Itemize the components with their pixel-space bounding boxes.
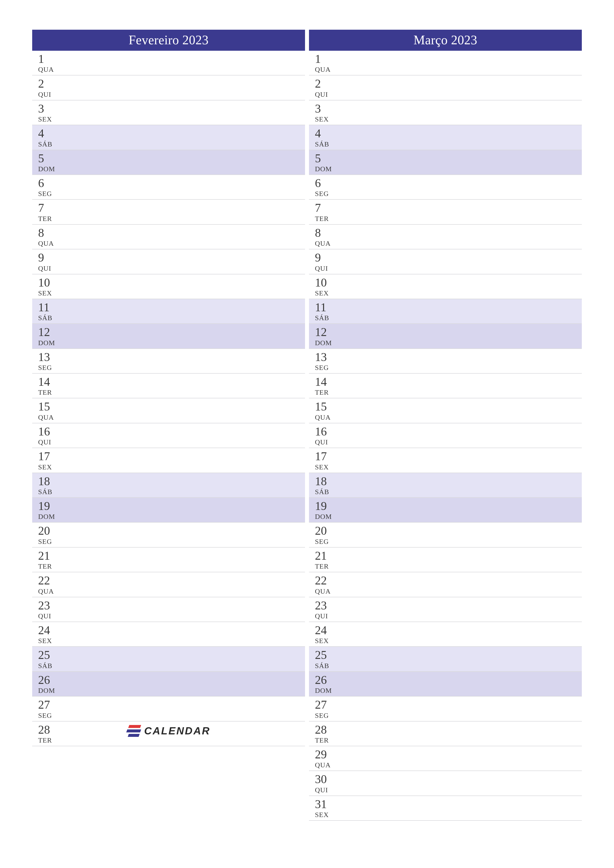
day-abbr: SEG (38, 538, 305, 546)
day-row: 24SEX (309, 622, 582, 647)
day-number: 8 (315, 227, 582, 239)
day-number: 17 (315, 450, 582, 462)
day-number: 20 (315, 525, 582, 537)
day-number: 1 (315, 53, 582, 65)
day-abbr: QUI (315, 438, 582, 446)
day-row: 26DOM (309, 672, 582, 696)
day-row: 27SEG (309, 696, 582, 721)
seven-icon (127, 725, 141, 737)
day-abbr: DOM (315, 687, 582, 694)
day-number: 10 (315, 276, 582, 289)
day-abbr: QUA (315, 761, 582, 769)
day-row: 2QUI (32, 76, 305, 100)
day-row: 10SEX (309, 274, 582, 299)
month-column-right: Março 2023 1QUA2QUI3SEX4SÁB5DOM6SEG7TER8… (309, 30, 582, 821)
day-row: 22QUA (309, 572, 582, 597)
day-row: 3SEX (309, 101, 582, 125)
day-abbr: SÁB (38, 314, 305, 322)
day-abbr: SÁB (315, 314, 582, 322)
day-abbr: QUA (315, 414, 582, 422)
day-abbr: QUA (38, 65, 305, 73)
day-row: 7TER (32, 200, 305, 225)
day-row: 12DOM (32, 324, 305, 349)
day-number: 4 (315, 127, 582, 140)
day-row: 24SEX (32, 622, 305, 647)
day-number: 16 (315, 425, 582, 438)
day-abbr: TER (38, 215, 305, 223)
day-list: 1QUA2QUI3SEX4SÁB5DOM6SEG7TER8QUA9QUI10SE… (32, 51, 305, 746)
day-abbr: QUA (315, 65, 582, 73)
day-abbr: SEG (38, 364, 305, 372)
day-row: 18SÁB (309, 473, 582, 498)
brand-text: CALENDAR (144, 725, 210, 737)
day-number: 9 (315, 251, 582, 264)
day-abbr: QUI (315, 91, 582, 98)
day-row: 4SÁB (32, 125, 305, 150)
day-number: 19 (315, 500, 582, 512)
day-row: 18SÁB (32, 473, 305, 498)
day-row: 11SÁB (32, 299, 305, 324)
day-number: 21 (38, 550, 305, 562)
day-abbr: SEX (38, 637, 305, 645)
day-number: 26 (315, 674, 582, 686)
day-row: 6SEG (32, 175, 305, 200)
day-row: 14TER (309, 374, 582, 398)
day-abbr: QUI (38, 612, 305, 620)
day-row: 9QUI (309, 250, 582, 274)
day-number: 24 (315, 624, 582, 636)
day-number: 29 (315, 748, 582, 761)
day-abbr: SEX (315, 637, 582, 645)
day-number: 19 (38, 500, 305, 512)
day-abbr: SÁB (38, 488, 305, 496)
day-row: 1QUA (309, 51, 582, 76)
day-abbr: SEG (38, 711, 305, 719)
day-abbr: QUA (38, 240, 305, 248)
day-abbr: DOM (315, 339, 582, 347)
day-number: 3 (315, 102, 582, 115)
day-row: 21TER (309, 547, 582, 572)
day-number: 5 (315, 152, 582, 164)
day-number: 13 (38, 351, 305, 363)
day-row: 14TER (32, 374, 305, 398)
day-row: 28TER (309, 722, 582, 746)
day-abbr: TER (315, 736, 582, 744)
day-number: 13 (315, 351, 582, 363)
day-row: 15QUA (32, 398, 305, 423)
day-number: 26 (38, 674, 305, 686)
day-row: 15QUA (309, 398, 582, 423)
day-number: 3 (38, 102, 305, 115)
day-number: 6 (315, 177, 582, 189)
day-row: 30QUI (309, 771, 582, 796)
day-abbr: QUI (38, 91, 305, 98)
day-row: 3SEX (32, 101, 305, 125)
day-number: 18 (315, 475, 582, 487)
day-number: 28 (315, 724, 582, 736)
day-row: 12DOM (309, 324, 582, 349)
day-abbr: SEX (38, 463, 305, 471)
day-number: 18 (38, 475, 305, 487)
day-row: 27SEG (32, 696, 305, 721)
day-row: 5DOM (32, 150, 305, 175)
day-abbr: SEG (315, 538, 582, 546)
day-abbr: TER (38, 389, 305, 397)
day-row: 20SEG (309, 522, 582, 547)
day-abbr: TER (315, 215, 582, 223)
day-row: 8QUA (32, 225, 305, 250)
day-abbr: SEX (315, 463, 582, 471)
day-abbr: QUI (38, 265, 305, 273)
day-number: 22 (315, 574, 582, 587)
day-number: 22 (38, 574, 305, 587)
day-number: 27 (315, 699, 582, 711)
day-number: 16 (38, 425, 305, 438)
calendar-page: Fevereiro 2023 1QUA2QUI3SEX4SÁB5DOM6SEG7… (32, 30, 582, 821)
day-row: 25SÁB (309, 647, 582, 671)
day-number: 23 (315, 599, 582, 612)
day-number: 7 (315, 202, 582, 214)
day-row: 23QUI (309, 597, 582, 622)
day-row: 20SEG (32, 522, 305, 547)
day-row: 6SEG (309, 175, 582, 200)
day-number: 30 (315, 773, 582, 785)
brand-logo: CALENDAR (32, 725, 305, 737)
day-row: 8QUA (309, 225, 582, 250)
day-row: 25SÁB (32, 647, 305, 671)
